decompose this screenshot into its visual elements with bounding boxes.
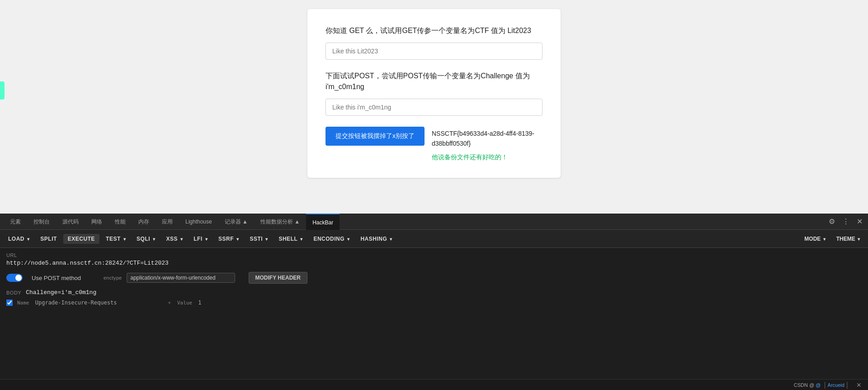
close-devtools-icon[interactable]: ✕: [855, 217, 864, 226]
backup-hint: 他说备份文件还有好吃的！: [432, 153, 542, 162]
hackbar-hashing-btn[interactable]: HASHING ▾: [356, 234, 396, 244]
hackbar-test-btn[interactable]: TEST ▾: [101, 234, 130, 244]
tab-network[interactable]: 网络: [85, 214, 108, 230]
header-value-col: Value 1: [177, 300, 862, 306]
enctype-select[interactable]: application/x-www-form-urlencoded multip…: [127, 273, 235, 283]
main-card: 你知道 GET 么，试试用GET传参一个变量名为CTF 值为 Lit2023 下…: [307, 9, 561, 178]
settings-icon[interactable]: ⚙: [827, 217, 837, 226]
status-sep2: |: [846, 381, 848, 389]
hackbar-ssrf-btn[interactable]: SSRF ▾: [214, 234, 243, 244]
header-value-label: Value: [177, 300, 192, 306]
section1-title: 你知道 GET 么，试试用GET传参一个变量名为CTF 值为 Lit2023: [326, 25, 542, 36]
csdn-text: CSDN @: [794, 382, 814, 388]
tab-memory[interactable]: 内存: [132, 214, 156, 230]
hackbar-body-section: Body Challenge=i'm_c0m1ng: [0, 287, 868, 298]
flag-text: NSSCTF{b49633d4-a28d-4ff4-8139-d38bbff05…: [432, 127, 542, 149]
tab-sources[interactable]: 源代码: [56, 214, 85, 230]
hackbar-toolbar: LOAD ▾ SPLIT EXECUTE TEST ▾ SQLI ▾ XSS ▾…: [0, 230, 868, 248]
arcueid-link[interactable]: Arcueid: [828, 382, 844, 388]
card-bottom-row: 提交按钮被我摆掉了x别按了 NSSCTF{b49633d4-a28d-4ff4-…: [326, 127, 542, 162]
header-name-value[interactable]: Upgrade-Insecure-Requests: [35, 300, 117, 306]
hackbar-url-section: URL http://node5.anna.nssctf.cn:28242/?C…: [0, 248, 868, 268]
tab-hackbar[interactable]: HackBar: [306, 214, 340, 230]
more-options-icon[interactable]: ⋮: [840, 217, 851, 226]
submit-button[interactable]: 提交按钮被我摆掉了x别按了: [326, 127, 425, 146]
enctype-label: enctype: [104, 275, 122, 281]
devtools-tabs-bar: 元素 控制台 源代码 网络 性能 内存 应用 Lighthouse 记录器 ▲ …: [0, 214, 868, 230]
devtools-status-bar: CSDN @ @ | Arcueid | ✕: [0, 379, 868, 390]
hackbar-theme-btn[interactable]: THEME ▾: [832, 234, 864, 244]
post-method-label: Use POST method: [32, 275, 81, 281]
header-name-col: Name Upgrade-Insecure-Requests: [17, 300, 162, 306]
header-checkbox[interactable]: [6, 300, 13, 306]
section2-title: 下面试试POST，尝试用POST传输一个变量名为Challenge 值为 i'm…: [326, 71, 542, 92]
tab-lighthouse[interactable]: Lighthouse: [179, 214, 218, 230]
url-value[interactable]: http://node5.anna.nssctf.cn:28242/?CTF=L…: [6, 260, 862, 266]
modify-header-button[interactable]: MODIFY HEADER: [249, 272, 307, 284]
tab-recorder[interactable]: 记录器 ▲: [218, 214, 254, 230]
devtools-icon-bar: ⚙ ⋮ ✕: [827, 217, 864, 226]
left-indicator: [0, 81, 5, 100]
csdn-link[interactable]: @: [814, 382, 822, 388]
hackbar-xss-btn[interactable]: XSS ▾: [161, 234, 187, 244]
hackbar-mode-btn[interactable]: MODE ▾: [800, 234, 830, 244]
hackbar-split-btn[interactable]: SPLIT: [36, 234, 61, 244]
hackbar-lfi-btn[interactable]: LFI ▾: [189, 234, 212, 244]
tab-application[interactable]: 应用: [156, 214, 179, 230]
tab-console[interactable]: 控制台: [27, 214, 56, 230]
status-sep1: |: [824, 381, 826, 389]
hackbar-encoding-btn[interactable]: ENCODING ▾: [309, 234, 354, 244]
post-input[interactable]: [326, 99, 542, 116]
post-method-toggle[interactable]: [6, 274, 23, 282]
header-name-label: Name: [17, 300, 29, 306]
devtools-panel: 元素 控制台 源代码 网络 性能 内存 应用 Lighthouse 记录器 ▲ …: [0, 214, 868, 390]
enctype-section: enctype application/x-www-form-urlencode…: [104, 273, 235, 283]
hackbar-load-btn[interactable]: LOAD ▾: [4, 234, 34, 244]
hackbar-sqli-btn[interactable]: SQLI ▾: [132, 234, 160, 244]
tab-performance[interactable]: 性能: [108, 214, 132, 230]
hackbar-shell-btn[interactable]: SHELL ▾: [274, 234, 307, 244]
hackbar-ssti-btn[interactable]: SSTI ▾: [245, 234, 272, 244]
get-input[interactable]: [326, 43, 542, 60]
body-label: Body: [6, 289, 21, 295]
hackbar-post-row: Use POST method enctype application/x-ww…: [0, 268, 868, 287]
tab-perf-insights[interactable]: 性能数据分析 ▲: [254, 214, 306, 230]
result-area: NSSCTF{b49633d4-a28d-4ff4-8139-d38bbff05…: [432, 127, 542, 162]
tab-elements[interactable]: 元素: [4, 214, 27, 230]
status-close-icon[interactable]: ✕: [856, 381, 862, 389]
url-label: URL: [6, 252, 862, 258]
hackbar-header-row: Name Upgrade-Insecure-Requests ▾ Value 1: [0, 298, 868, 308]
top-content-area: 你知道 GET 么，试试用GET传参一个变量名为CTF 值为 Lit2023 下…: [0, 0, 868, 214]
body-value[interactable]: Challenge=i'm_c0m1ng: [26, 289, 96, 296]
header-value-value[interactable]: 1: [198, 300, 201, 306]
hackbar-execute-btn[interactable]: EXECUTE: [63, 234, 99, 244]
